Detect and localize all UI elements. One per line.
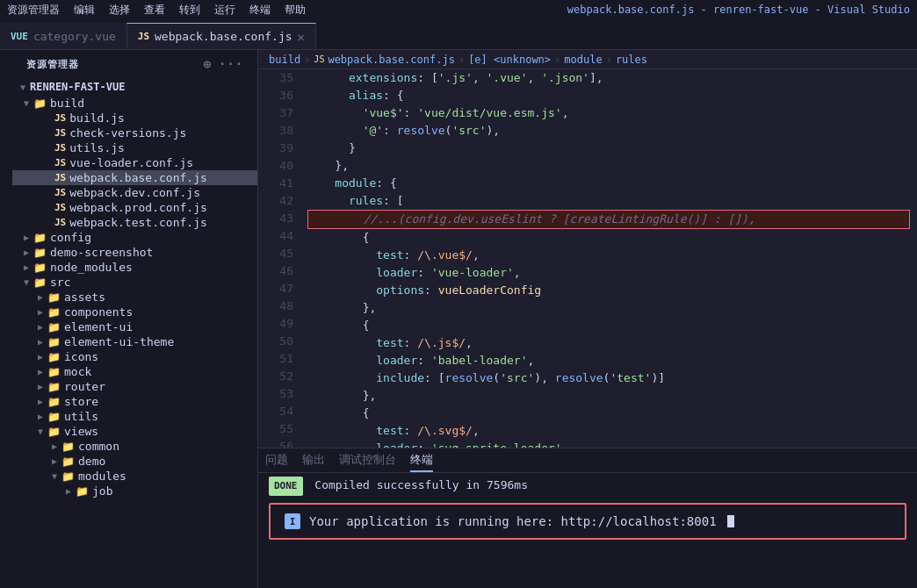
terminal-content: DONE Compiled successfully in 7596ms I Y…: [258, 473, 917, 588]
tree-assets[interactable]: 📁 assets: [12, 290, 257, 305]
tree-components[interactable]: 📁 components: [12, 305, 257, 319]
utils-js-label: utils.js: [69, 141, 125, 154]
tree-check-versions[interactable]: JS check-versions.js: [12, 125, 257, 140]
done-badge: DONE: [269, 477, 303, 496]
check-versions-label: check-versions.js: [69, 126, 186, 140]
menu-select[interactable]: 选择: [109, 3, 130, 18]
editor[interactable]: 35 36 37 38 39 40 41 42 43 44 45 46 47 4…: [258, 69, 917, 448]
tree-store[interactable]: 📁 store: [12, 394, 257, 409]
demo-arrow: [47, 456, 61, 466]
config-arrow: [19, 233, 33, 242]
menu-goto[interactable]: 转到: [179, 3, 200, 18]
tree-build-folder[interactable]: 📁 build: [12, 96, 257, 111]
tree-demo-screenshot[interactable]: 📁 demo-screenshot: [12, 245, 257, 260]
utils-arrow: [33, 412, 47, 421]
menu-bar: 资源管理器 编辑 选择 查看 转到 运行 终端 帮助 webpack.base.…: [0, 0, 917, 19]
code-line-50: test: /\.js$/,: [307, 334, 910, 352]
tree-node-modules[interactable]: 📁 node_modules: [12, 260, 257, 275]
js-icon: JS: [138, 31, 149, 42]
tree-webpack-dev[interactable]: JS webpack.dev.conf.js: [12, 185, 257, 200]
tree-utils-js[interactable]: JS utils.js: [12, 140, 257, 155]
mock-arrow: [33, 367, 47, 376]
menu-edit[interactable]: 编辑: [74, 3, 95, 18]
tree-config[interactable]: 📁 config: [12, 230, 257, 245]
assets-arrow: [33, 292, 47, 302]
sidebar-header: 资源管理器 ⊕ ···: [12, 50, 257, 78]
panel-tabs: 问题 输出 调试控制台 终端: [258, 448, 917, 473]
demo-label: demo: [78, 455, 105, 468]
tree-src[interactable]: 📁 src: [12, 275, 257, 290]
folder-icon: 📁: [61, 441, 75, 453]
editor-content: 35 36 37 38 39 40 41 42 43 44 45 46 47 4…: [258, 69, 917, 448]
tree-icons[interactable]: 📁 icons: [12, 349, 257, 364]
breadcrumb-module[interactable]: module: [564, 54, 602, 66]
panel-tab-terminal[interactable]: 终端: [410, 448, 433, 472]
tree-router[interactable]: 📁 router: [12, 379, 257, 394]
breadcrumb-unknown[interactable]: [e] <unknown>: [468, 54, 551, 66]
tree-webpack-prod[interactable]: JS webpack.prod.conf.js: [12, 200, 257, 215]
menu-explorer[interactable]: 资源管理器: [7, 3, 60, 18]
new-file-icon[interactable]: ⊕: [204, 57, 212, 71]
code-area[interactable]: extensions: ['.js', '.vue', '.json'], al…: [300, 69, 917, 448]
element-ui-arrow: [33, 322, 47, 332]
folder-icon: 📁: [47, 396, 61, 408]
folder-icon: 📁: [33, 262, 47, 274]
tree-webpack-base[interactable]: JS webpack.base.conf.js: [12, 170, 257, 185]
menu-view[interactable]: 查看: [144, 3, 165, 18]
activity-bar: [0, 50, 12, 588]
folder-icon: 📁: [47, 291, 61, 304]
tree-webpack-test[interactable]: JS webpack.test.conf.js: [12, 215, 257, 230]
tree-element-ui-theme[interactable]: 📁 element-ui-theme: [12, 334, 257, 349]
breadcrumb-build[interactable]: build: [269, 54, 300, 66]
code-line-44: {: [307, 229, 910, 247]
more-options-icon[interactable]: ···: [219, 57, 243, 71]
app-running-msg: Your application is running here: http:/…: [309, 514, 717, 528]
code-line-36: alias: {: [307, 87, 910, 104]
code-line-47: options: vueLoaderConfig: [307, 282, 910, 299]
panel-tab-problems[interactable]: 问题: [265, 448, 288, 472]
components-label: components: [64, 305, 133, 319]
breadcrumb-sep: ›: [458, 54, 465, 66]
tree-modules[interactable]: 📁 modules: [12, 469, 257, 484]
components-arrow: [33, 307, 47, 317]
app-running-box: I Your application is running here: http…: [269, 503, 906, 540]
menu-help[interactable]: 帮助: [285, 3, 306, 18]
tree-demo[interactable]: 📁 demo: [12, 454, 257, 469]
breadcrumb-js-icon: JS: [314, 54, 324, 64]
webpack-test-label: webpack.test.conf.js: [69, 216, 207, 229]
tree-views[interactable]: 📁 views: [12, 424, 257, 439]
tab-webpack-base[interactable]: JS webpack.base.conf.js ✕: [126, 23, 316, 49]
breadcrumb-rules[interactable]: rules: [616, 54, 647, 66]
tree-utils[interactable]: 📁 utils: [12, 409, 257, 424]
modules-label: modules: [78, 470, 126, 483]
tab-category-vue[interactable]: VUE category.vue: [0, 23, 126, 49]
element-ui-theme-label: element-ui-theme: [64, 335, 174, 348]
tree-vue-loader-conf[interactable]: JS vue-loader.conf.js: [12, 155, 257, 170]
tree-common[interactable]: 📁 common: [12, 439, 257, 454]
panel-tab-debug[interactable]: 调试控制台: [339, 448, 396, 472]
utils-label: utils: [64, 410, 98, 423]
tree-build-js[interactable]: JS build.js: [12, 111, 257, 125]
panel-tab-output[interactable]: 输出: [302, 448, 325, 472]
tree-element-ui[interactable]: 📁 element-ui: [12, 319, 257, 334]
element-ui-theme-arrow: [33, 337, 47, 347]
tree-mock[interactable]: 📁 mock: [12, 364, 257, 379]
folder-icon: 📁: [33, 276, 47, 289]
menu-terminal[interactable]: 终端: [249, 3, 271, 18]
menu-run[interactable]: 运行: [214, 3, 235, 18]
tab-close-webpack[interactable]: ✕: [298, 31, 305, 43]
code-line-40: },: [307, 157, 910, 175]
code-line-53: },: [307, 387, 910, 405]
main-layout: 资源管理器 ⊕ ··· RENREN-FAST-VUE 📁 build: [0, 50, 917, 588]
build-arrow: [19, 98, 33, 108]
tab-label-category-vue: category.vue: [33, 30, 116, 43]
tree-job[interactable]: 📁 job: [12, 484, 257, 498]
tree-root[interactable]: RENREN-FAST-VUE: [12, 78, 257, 96]
src-label: src: [50, 276, 70, 289]
code-line-49: {: [307, 317, 910, 334]
bottom-panel: 问题 输出 调试控制台 终端 DONE Compiled successfull…: [258, 448, 917, 588]
breadcrumb: build › JS webpack.base.conf.js › [e] <u…: [258, 50, 917, 69]
folder-icon: 📁: [61, 470, 75, 483]
code-line-55: test: /\.svg$/,: [307, 422, 910, 440]
breadcrumb-file[interactable]: webpack.base.conf.js: [328, 54, 455, 66]
